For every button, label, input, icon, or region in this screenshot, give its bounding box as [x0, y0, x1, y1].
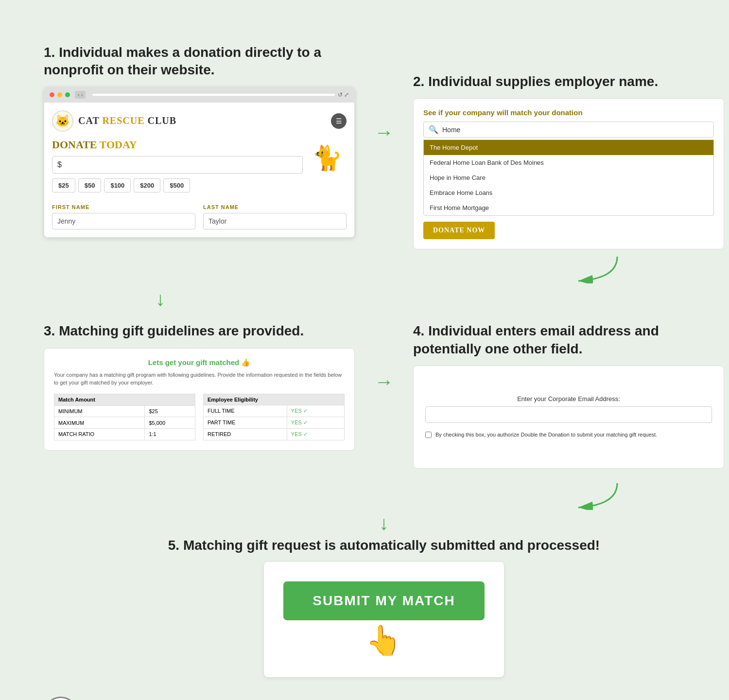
email-input[interactable]: [425, 406, 712, 423]
step4-text: Individual enters email address and pote…: [413, 323, 659, 356]
email-widget: Enter your Corporate Email Address: By c…: [413, 366, 724, 469]
employer-label: See if your company will match your dona…: [423, 108, 714, 117]
dropdown-item-4[interactable]: Embrace Home Loans: [424, 185, 713, 200]
first-name-input[interactable]: [52, 213, 195, 229]
authorize-text: By checking this box, you authorize Doub…: [435, 431, 657, 439]
connector-arrow-2-3: [530, 254, 627, 283]
arrow-1-to-2: →: [374, 122, 394, 143]
field-labels: FIRST NAME LAST NAME: [52, 204, 347, 210]
amount-200[interactable]: $200: [134, 178, 160, 192]
name-inputs: [52, 213, 347, 229]
connector-arrow-4-5: [530, 481, 627, 510]
org-name-club: Club: [148, 115, 177, 126]
step2-header: 2. Individual supplies employer name.: [413, 73, 724, 90]
dropdown-item-2[interactable]: Federal Home Loan Bank of Des Moines: [424, 155, 713, 170]
step2-text: Individual supplies employer name.: [428, 74, 658, 89]
step4-number: 4.: [413, 323, 424, 338]
last-name-input[interactable]: [203, 213, 347, 229]
employer-dropdown: The Home Depot Federal Home Loan Bank of…: [423, 140, 714, 216]
browser-url: [92, 94, 334, 96]
min-label: MINIMUM: [54, 405, 145, 417]
cat-icon: 🐱: [52, 110, 73, 132]
last-name-label: LAST NAME: [203, 204, 347, 210]
amount-buttons: $25 $50 $100 $200 $500: [52, 178, 303, 192]
max-value: $5,000: [145, 417, 195, 429]
org-name: Cat Rescue Club: [78, 115, 176, 126]
fulltime-value: YES ✓: [287, 405, 344, 417]
parttime-label: PART TIME: [204, 417, 287, 428]
cat-cartoon: 🐈: [308, 139, 347, 177]
ratio-value: 1:1: [145, 429, 195, 440]
nonprofit-widget: ‹ › ↺ ⤢ 🐱 Cat Rescue Club: [44, 87, 355, 238]
widget-header: 🐱 Cat Rescue Club ☰: [52, 110, 347, 132]
dtd-logo: 𝕕 Double the Donation matching gifts mad…: [44, 697, 174, 700]
authorize-checkbox[interactable]: [425, 432, 432, 438]
retired-label: RETIRED: [204, 428, 287, 440]
eligibility-header: Employee Eligibility: [204, 394, 345, 405]
arrow-3-to-4: →: [374, 371, 394, 393]
today-word: Today: [100, 139, 137, 151]
employer-search-box[interactable]: 🔍 Home: [423, 122, 714, 138]
step5-number: 5.: [168, 538, 179, 553]
donate-title: Donate Today: [52, 139, 303, 151]
amount-input[interactable]: [52, 156, 303, 174]
ratio-label: MATCH RATIO: [54, 429, 145, 440]
step3-header: 3. Matching gift guidelines are provided…: [44, 322, 355, 340]
step3-text: Matching gift guidelines are provided.: [59, 323, 304, 338]
step5-text: Matching gift request is automatically s…: [183, 538, 600, 553]
parttime-value: YES ✓: [287, 417, 344, 428]
max-label: MAXIMUM: [54, 417, 145, 429]
dropdown-item-1[interactable]: The Home Depot: [424, 140, 713, 155]
browser-dot-red: [50, 92, 54, 97]
step2-number: 2.: [413, 74, 424, 89]
step5-section: 5. Matching gift request is automaticall…: [34, 537, 729, 687]
authorize-section: By checking this box, you authorize Doub…: [425, 431, 712, 439]
browser-refresh-icon[interactable]: ↺ ⤢: [338, 91, 349, 98]
dtd-logo-circle: 𝕕: [44, 697, 78, 700]
step5-header: 5. Matching gift request is automaticall…: [44, 537, 724, 554]
employer-widget: See if your company will match your dona…: [413, 98, 724, 249]
donate-word: Donate: [52, 139, 97, 151]
email-label: Enter your Corporate Email Address:: [425, 395, 712, 402]
guidelines-widget: Lets get your gift matched 👍 Your compan…: [44, 348, 355, 451]
step1-text: Individual makes a donation directly to …: [44, 45, 321, 77]
org-name-cat: Cat: [78, 115, 99, 126]
arrow-down-to-5: ↓: [379, 512, 389, 534]
step1-number: 1.: [44, 45, 55, 60]
donate-section: Donate Today $25 $50 $100 $200 $500: [52, 139, 347, 199]
guidelines-subtitle: Your company has a matching gift program…: [54, 371, 345, 387]
employer-search-text: Home: [442, 126, 709, 134]
match-amount-header: Match Amount: [54, 394, 195, 405]
step4-header: 4. Individual enters email address and p…: [413, 322, 724, 358]
amount-100[interactable]: $100: [104, 178, 131, 192]
fulltime-label: FULL TIME: [204, 405, 287, 417]
min-value: $25: [145, 405, 195, 417]
donate-now-button[interactable]: Donate Now: [423, 222, 495, 239]
amount-50[interactable]: $50: [78, 178, 102, 192]
step1-header: 1. Individual makes a donation directly …: [44, 44, 355, 79]
guidelines-tables: Match Amount MINIMUM $25 MAXIMUM $5,000 …: [54, 394, 345, 440]
browser-bar: ‹ › ↺ ⤢: [44, 87, 355, 103]
browser-dot-yellow: [57, 92, 62, 97]
hand-cursor-icon: 👆: [283, 623, 484, 658]
guidelines-title: Lets get your gift matched 👍: [54, 358, 345, 367]
amount-25[interactable]: $25: [52, 178, 75, 192]
browser-dot-green: [65, 92, 70, 97]
arrow-down-to-3: ↓: [156, 288, 165, 310]
eligibility-table: Employee Eligibility FULL TIME YES ✓ PAR…: [203, 394, 345, 440]
org-logo: 🐱 Cat Rescue Club: [52, 110, 176, 132]
retired-value: YES ✓: [287, 428, 344, 440]
submit-widget: SUBMIT MY MATCH 👆: [264, 562, 503, 677]
widget-body: 🐱 Cat Rescue Club ☰ Donate: [44, 103, 355, 238]
org-name-rescue: Rescue: [102, 115, 144, 126]
browser-back[interactable]: ‹ ›: [75, 91, 86, 99]
search-icon: 🔍: [429, 125, 438, 134]
step3-number: 3.: [44, 323, 55, 338]
hamburger-button[interactable]: ☰: [331, 113, 347, 129]
dropdown-item-3[interactable]: Hope in Home Care: [424, 170, 713, 185]
amount-500[interactable]: $500: [163, 178, 190, 192]
match-amount-table: Match Amount MINIMUM $25 MAXIMUM $5,000 …: [54, 394, 195, 440]
submit-match-button[interactable]: SUBMIT MY MATCH: [283, 581, 484, 620]
dropdown-item-5[interactable]: First Home Mortgage: [424, 200, 713, 215]
first-name-label: FIRST NAME: [52, 204, 195, 210]
